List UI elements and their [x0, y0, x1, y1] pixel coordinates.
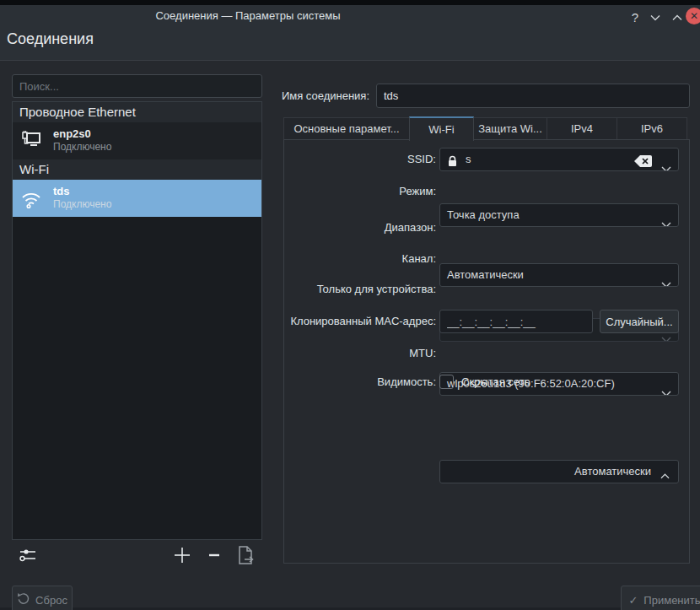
section-label: Wi-Fi — [19, 162, 49, 176]
mtu-label: MTU: — [286, 347, 436, 359]
list-section-wifi: Wi-Fi — [13, 159, 261, 180]
maximize-button[interactable] — [668, 8, 687, 26]
visibility-label: Видимость: — [286, 375, 436, 388]
cloned-mac-input[interactable] — [439, 310, 593, 333]
mode-combobox[interactable]: Точка доступа — [439, 203, 679, 227]
connection-status: Подключено — [53, 198, 111, 210]
reset-label: Сброс — [35, 594, 67, 607]
connection-list: Проводное Ethernet enp2s0 Подключено Wi-… — [12, 101, 262, 540]
tab-ipv6[interactable]: IPv6 — [617, 117, 687, 140]
connection-name: enp2s0 — [53, 127, 91, 140]
settings-tabs: Основные парамет... Wi-Fi Защита Wi... I… — [283, 116, 690, 140]
device-label: Только для устройства: — [286, 283, 436, 295]
sliders-icon — [18, 545, 38, 568]
hidden-network-checkbox[interactable] — [439, 375, 454, 389]
page-title: Соединения — [7, 30, 94, 48]
chevron-down-icon — [661, 213, 671, 227]
clear-text-icon[interactable] — [633, 154, 653, 171]
list-item-tds[interactable]: tds Подключено — [13, 180, 261, 217]
check-icon: ✓ — [628, 594, 638, 607]
help-button[interactable]: ? — [626, 8, 644, 26]
cloned-mac-label: Клонированный MAC-адрес: — [286, 315, 436, 327]
window-header: Соединения — Параметры системы ? ✕ Соеди… — [0, 5, 700, 61]
search-input[interactable] — [12, 74, 262, 98]
chevron-down-icon — [661, 382, 671, 396]
hidden-network-label: Скрытая сеть — [461, 375, 530, 388]
export-document-icon — [235, 545, 256, 568]
mtu-value: Автоматически — [574, 465, 651, 478]
mode-value: Точка доступа — [447, 208, 520, 221]
add-connection-button[interactable] — [171, 545, 193, 567]
tab-wifi-security[interactable]: Защита Wi... — [473, 117, 547, 140]
connection-name-input[interactable] — [376, 84, 690, 108]
mtu-spinbox[interactable]: Автоматически — [439, 460, 679, 483]
band-combobox[interactable]: Автоматически — [439, 263, 679, 287]
random-mac-button[interactable]: Случайный... — [600, 310, 679, 333]
plus-icon — [173, 546, 191, 567]
tab-wifi[interactable]: Wi-Fi — [409, 116, 474, 141]
list-item-enp2s0[interactable]: enp2s0 Подключено — [13, 122, 261, 159]
chevron-down-icon — [650, 11, 660, 24]
random-mac-label: Случайный... — [606, 316, 672, 328]
connection-name-label: Имя соединения: — [278, 89, 369, 102]
close-button[interactable]: ✕ — [686, 8, 700, 24]
ssid-combobox[interactable]: s — [439, 148, 679, 171]
chevron-up-icon — [672, 11, 682, 24]
list-section-wired: Проводное Ethernet — [13, 102, 261, 122]
system-settings-window: Соединения — Параметры системы ? ✕ Соеди… — [0, 0, 700, 610]
channel-label: Канал: — [286, 252, 436, 265]
help-icon: ? — [632, 10, 638, 24]
ssid-label: SSID: — [286, 153, 436, 165]
export-connection-button[interactable] — [234, 545, 256, 567]
wifi-tab-panel: SSID: s Режим: Точка досту — [283, 139, 690, 564]
chevron-down-icon — [661, 158, 671, 171]
chevron-down-icon — [661, 273, 671, 287]
configure-connection-button[interactable] — [17, 545, 39, 567]
minimize-button[interactable] — [646, 8, 665, 26]
connection-status: Подключено — [53, 141, 111, 153]
lock-icon — [447, 154, 458, 171]
wired-network-icon — [19, 129, 43, 153]
wifi-icon — [19, 186, 43, 210]
tab-general[interactable]: Основные парамет... — [283, 117, 410, 140]
mode-label: Режим: — [286, 185, 436, 197]
close-icon: ✕ — [690, 10, 698, 22]
tab-ipv4[interactable]: IPv4 — [547, 117, 617, 140]
minus-icon — [205, 546, 223, 567]
window-title: Соединения — Параметры системы — [0, 9, 496, 22]
band-label: Диапазон: — [286, 221, 436, 234]
connection-name: tds — [53, 185, 70, 197]
spin-down-icon[interactable] — [660, 474, 670, 483]
undo-icon — [17, 592, 30, 607]
band-value: Автоматически — [447, 268, 524, 281]
apply-label: Применить — [643, 594, 700, 607]
section-label: Проводное Ethernet — [19, 105, 136, 119]
apply-button[interactable]: ✓ Применить — [621, 586, 700, 610]
remove-connection-button[interactable] — [203, 545, 225, 567]
reset-button[interactable]: Сброс — [12, 586, 73, 610]
